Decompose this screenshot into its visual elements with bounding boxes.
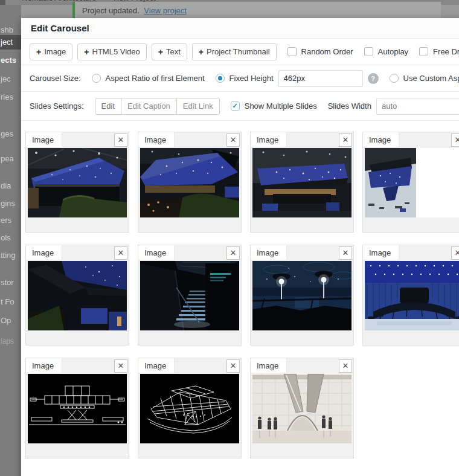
autoplay-checkbox[interactable] <box>364 47 373 56</box>
sidebar-item-appearance[interactable]: pea <box>0 154 21 163</box>
close-icon[interactable]: ✕ <box>339 359 352 373</box>
slide-card[interactable]: Image ✕ <box>25 132 129 233</box>
sidebar-item-collapse-menu[interactable]: laps <box>0 337 21 346</box>
slide-card[interactable]: Image ✕ <box>25 245 129 346</box>
close-icon[interactable]: ✕ <box>339 133 352 147</box>
aspect-ratio-label: Aspect Ratio of first Element <box>106 74 205 83</box>
plus-icon: + <box>158 47 163 57</box>
sidebar-item-settings[interactable]: tting <box>0 251 21 260</box>
fixed-height-label: Fixed Height <box>230 74 274 83</box>
staircase-photo-icon <box>140 261 239 330</box>
sidebar-item-tools[interactable]: ols <box>0 233 21 242</box>
custom-aspect-label: Use Custom Aspect Ratio <box>403 74 459 83</box>
edit-slide-button[interactable]: Edit <box>95 98 121 115</box>
plus-icon: + <box>36 47 41 57</box>
sidebar-item-projects[interactable]: ject <box>0 35 21 50</box>
close-icon[interactable]: ✕ <box>114 359 127 373</box>
slides-grid: Image ✕ <box>25 132 459 458</box>
slide-card[interactable]: Image ✕ <box>138 358 242 458</box>
slide-thumbnail <box>252 261 351 330</box>
wireframe-drawing-icon <box>140 374 239 443</box>
add-project-thumbnail-button[interactable]: + Project Thumbnail <box>192 43 277 60</box>
aspect-ratio-radio[interactable] <box>92 74 101 83</box>
slide-type-label: Image <box>363 245 399 260</box>
view-project-link[interactable]: View project <box>144 6 187 15</box>
fixed-height-radio[interactable] <box>216 74 225 83</box>
sidebar-item-projects-submenu[interactable]: ects <box>0 56 21 65</box>
bar-interior-photo-icon <box>252 261 351 330</box>
slide-card[interactable]: Image ✕ <box>362 132 459 233</box>
help-icon[interactable]: ? <box>368 73 379 84</box>
close-icon[interactable]: ✕ <box>451 246 459 260</box>
free-drag-label: Free Drag <box>433 47 459 56</box>
slide-type-label: Image <box>138 358 175 373</box>
notice-message: Project updated. <box>82 6 140 15</box>
add-image-button[interactable]: + Image <box>30 43 72 60</box>
slide-type-label: Image <box>251 358 287 373</box>
plus-icon: + <box>84 47 89 57</box>
close-icon[interactable]: ✕ <box>114 246 127 260</box>
check-icon: ✓ <box>233 102 238 110</box>
slide-edit-button-group: Edit Edit Caption Edit Link <box>95 98 220 115</box>
fixed-height-input[interactable] <box>278 70 363 87</box>
add-image-label: Image <box>44 47 66 56</box>
plus-icon: + <box>199 47 204 57</box>
carousel-size-row: Carousel Size: Aspect Ratio of first Ele… <box>21 65 459 92</box>
sidebar-item-plugins[interactable]: gins <box>0 199 21 208</box>
slide-type-label: Image <box>251 245 287 260</box>
add-text-button[interactable]: + Text <box>152 43 187 60</box>
slide-thumbnail <box>140 148 239 217</box>
slide-thumbnail <box>28 261 127 330</box>
slide-card[interactable]: Image ✕ <box>250 132 354 233</box>
slide-card[interactable]: Image ✕ <box>138 132 242 233</box>
sidebar-item-pages[interactable]: ges <box>0 129 21 138</box>
close-icon[interactable]: ✕ <box>226 133 240 147</box>
add-html5-video-button[interactable]: + HTML5 Video <box>77 43 146 60</box>
sidebar-item-users[interactable]: ers <box>0 216 21 225</box>
exhibition-photo-icon <box>140 148 239 217</box>
sidebar-item-dashboard[interactable]: shb <box>0 25 21 34</box>
sidebar-item-media[interactable]: dia <box>0 181 21 190</box>
carousel-size-label: Carousel Size: <box>30 74 81 83</box>
random-order-checkbox[interactable] <box>287 47 297 56</box>
show-multiple-slides-label: Show Multiple Slides <box>245 101 317 111</box>
slide-thumbnail <box>28 148 127 217</box>
close-icon[interactable]: ✕ <box>339 246 352 260</box>
slide-card[interactable]: Image ✕ <box>250 358 354 458</box>
custom-aspect-radio[interactable] <box>390 74 399 83</box>
edit-link-button[interactable]: Edit Link <box>176 98 220 115</box>
slide-card[interactable]: Image ✕ <box>25 358 129 458</box>
lounge-photo-icon <box>365 261 459 330</box>
modal-title: Edit Carousel <box>31 23 89 33</box>
edit-caption-button[interactable]: Edit Caption <box>121 98 177 115</box>
close-icon[interactable]: ✕ <box>226 246 240 260</box>
exhibition-photo-icon <box>365 148 416 217</box>
wp-logo-icon[interactable] <box>0 0 5 5</box>
slide-thumbnail <box>252 148 351 217</box>
slide-type-label: Image <box>251 132 287 147</box>
sidebar-item-categories[interactable]: ries <box>0 92 21 101</box>
slide-thumbnail <box>28 374 127 443</box>
autoplay-label: Autoplay <box>378 47 409 56</box>
admin-sidebar: shb ject ects jec ries ges pea dia gins … <box>0 5 21 476</box>
edit-carousel-modal: Edit Carousel + Image + HTML5 Video + Te… <box>21 18 459 476</box>
slide-card[interactable]: Image ✕ <box>362 245 459 346</box>
slide-type-label: Image <box>26 358 62 373</box>
slide-type-label: Image <box>363 132 399 147</box>
sidebar-item-extra-1[interactable]: stor <box>0 278 21 287</box>
architectural-sketch-icon <box>252 374 351 443</box>
close-icon[interactable]: ✕ <box>451 133 459 147</box>
slide-type-label: Image <box>26 245 62 260</box>
show-multiple-slides-checkbox[interactable]: ✓ <box>231 101 240 111</box>
slide-card[interactable]: Image ✕ <box>138 245 242 346</box>
sidebar-item-add-project[interactable]: jec <box>0 74 21 83</box>
slide-thumbnail <box>365 261 459 330</box>
close-icon[interactable]: ✕ <box>226 359 240 373</box>
sidebar-item-extra-2[interactable]: t Fo <box>0 297 21 306</box>
close-icon[interactable]: ✕ <box>114 133 127 147</box>
add-html5-video-label: HTML5 Video <box>92 47 140 56</box>
free-drag-checkbox[interactable] <box>419 47 428 56</box>
sidebar-item-extra-3[interactable]: Op <box>0 316 21 325</box>
slides-width-input[interactable] <box>376 98 459 115</box>
slide-card[interactable]: Image ✕ <box>250 245 354 346</box>
